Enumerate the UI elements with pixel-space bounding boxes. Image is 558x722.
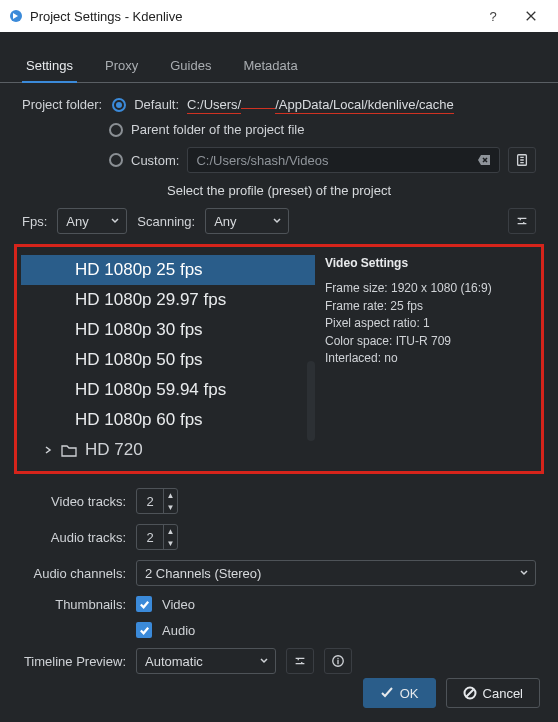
project-folder-label: Project folder: [22, 97, 102, 112]
thumbnails-label: Thumbnails: [22, 597, 126, 612]
interlaced: Interlaced: no [325, 350, 535, 367]
fps-select[interactable]: Any [57, 208, 127, 234]
ok-button[interactable]: OK [363, 678, 436, 708]
profile-item[interactable]: HD 1080p 30 fps [21, 315, 315, 345]
custom-label: Custom: [131, 153, 179, 168]
thumb-video-label: Video [162, 597, 195, 612]
timeline-preview-select[interactable]: Automatic [136, 648, 276, 674]
scanning-label: Scanning: [137, 214, 195, 229]
fps-label: Fps: [22, 214, 47, 229]
profile-item[interactable]: HD 1080p 29.97 fps [21, 285, 315, 315]
frame-rate: Frame rate: 25 fps [325, 298, 535, 315]
app-icon [8, 8, 24, 24]
profile-folder[interactable]: HD 720 [21, 435, 315, 465]
radio-parent[interactable] [109, 123, 123, 137]
audio-tracks-spin[interactable]: 2▲▼ [136, 524, 178, 550]
folder-icon [61, 443, 77, 457]
tabs: Settings Proxy Guides Metadata [0, 50, 558, 83]
audio-channels-select[interactable]: 2 Channels (Stereo) [136, 560, 536, 586]
video-tracks-label: Video tracks: [22, 494, 126, 509]
help-button[interactable]: ? [474, 0, 512, 32]
timeline-config-button[interactable] [286, 648, 314, 674]
titlebar: Project Settings - Kdenlive ? [0, 0, 558, 32]
profile-note: Select the profile (preset) of the proje… [0, 183, 558, 198]
window-title: Project Settings - Kdenlive [30, 9, 474, 24]
video-settings-header: Video Settings [325, 255, 535, 272]
scanning-select[interactable]: Any [205, 208, 289, 234]
profile-item[interactable]: HD 1080p 60 fps [21, 405, 315, 435]
tab-metadata[interactable]: Metadata [239, 50, 301, 82]
custom-path-input[interactable]: C:/Users/shash/Videos [187, 147, 500, 173]
audio-tracks-label: Audio tracks: [22, 530, 126, 545]
pixel-aspect: Pixel aspect ratio: 1 [325, 315, 535, 332]
spin-up[interactable]: ▲ [164, 525, 177, 537]
profile-item[interactable]: HD 1080p 59.94 fps [21, 375, 315, 405]
color-space: Color space: ITU-R 709 [325, 333, 535, 350]
video-tracks-spin[interactable]: 2▲▼ [136, 488, 178, 514]
profile-item[interactable]: HD 1080p 50 fps [21, 345, 315, 375]
timeline-preview-label: Timeline Preview: [22, 654, 126, 669]
tab-guides[interactable]: Guides [166, 50, 215, 82]
profile-area: HD 1080p 25 fps HD 1080p 29.97 fps HD 10… [14, 244, 544, 474]
chevron-right-icon [43, 445, 53, 455]
default-label: Default: [134, 97, 179, 112]
browse-button[interactable] [508, 147, 536, 173]
close-button[interactable] [512, 0, 550, 32]
cancel-button[interactable]: Cancel [446, 678, 540, 708]
radio-default[interactable] [112, 98, 126, 112]
scrollbar[interactable] [307, 361, 315, 441]
profile-tree[interactable]: HD 1080p 25 fps HD 1080p 29.97 fps HD 10… [21, 251, 315, 467]
tab-settings[interactable]: Settings [22, 50, 77, 83]
thumb-audio-check[interactable] [136, 622, 152, 638]
tab-proxy[interactable]: Proxy [101, 50, 142, 82]
profile-item[interactable]: HD 1080p 25 fps [21, 255, 315, 285]
frame-size: Frame size: 1920 x 1080 (16:9) [325, 280, 535, 297]
video-settings-panel: Video Settings Frame size: 1920 x 1080 (… [321, 251, 537, 467]
thumb-audio-label: Audio [162, 623, 195, 638]
spin-down[interactable]: ▼ [164, 501, 177, 513]
thumb-video-check[interactable] [136, 596, 152, 612]
default-path: C:/Users/ /AppData/Local/kdenlive/cache [187, 97, 454, 112]
parent-label: Parent folder of the project file [131, 122, 304, 137]
clear-icon[interactable] [477, 154, 491, 166]
spin-down[interactable]: ▼ [164, 537, 177, 549]
audio-channels-label: Audio channels: [22, 566, 126, 581]
spin-up[interactable]: ▲ [164, 489, 177, 501]
timeline-info-button[interactable] [324, 648, 352, 674]
filter-button[interactable] [508, 208, 536, 234]
radio-custom[interactable] [109, 153, 123, 167]
